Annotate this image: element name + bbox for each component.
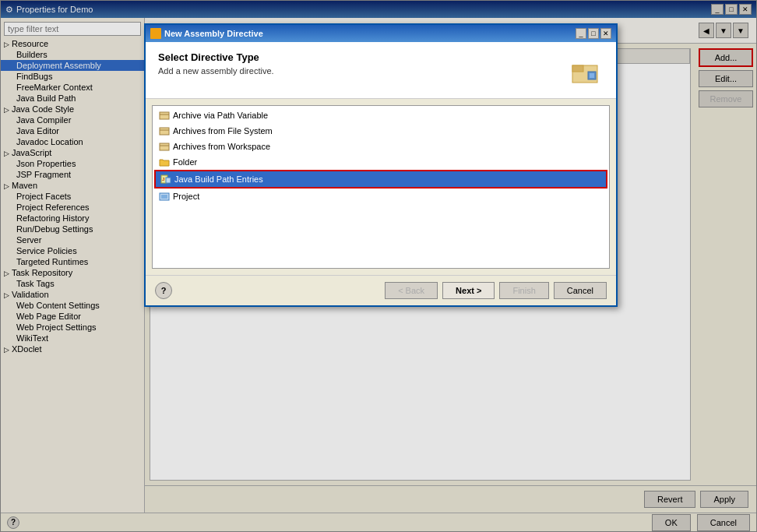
directive-item-folder[interactable]: Folder: [154, 154, 607, 170]
svg-rect-6: [160, 128, 169, 135]
svg-rect-3: [590, 73, 594, 78]
dialog-header-text: Select Directive Type Add a new assembly…: [158, 51, 274, 76]
directive-item-java-build-path-entries[interactable]: J Java Build Path Entries: [154, 170, 607, 188]
directive-label: Java Build Path Entries: [174, 174, 263, 184]
directive-label: Folder: [173, 157, 197, 167]
svg-rect-8: [160, 143, 169, 150]
dialog-minimize[interactable]: _: [576, 28, 586, 39]
dialog-header-icon: [566, 51, 604, 89]
dialog-title-text: New Assembly Directive: [164, 29, 263, 38]
dialog-title-icon: [150, 28, 161, 39]
dialog-help-button[interactable]: ?: [155, 282, 172, 299]
directive-item-archives-workspace[interactable]: Archives from Workspace: [154, 139, 607, 154]
archive-filesystem-icon: [159, 125, 170, 136]
directive-list: Archive via Path Variable Archives from …: [152, 105, 610, 269]
svg-rect-1: [572, 65, 583, 72]
finish-button[interactable]: Finish: [499, 282, 548, 299]
next-button[interactable]: Next >: [442, 282, 495, 299]
dialog-close[interactable]: ✕: [600, 28, 611, 39]
directive-label: Archive via Path Variable: [173, 111, 268, 120]
svg-text:J: J: [162, 177, 164, 181]
dialog-maximize[interactable]: □: [588, 28, 599, 39]
svg-rect-14: [161, 195, 167, 199]
dialog-footer: ? < Back Next > Finish Cancel: [146, 275, 616, 305]
dialog-header: Select Directive Type Add a new assembly…: [146, 42, 616, 99]
dialog-controls: _ □ ✕: [576, 28, 611, 39]
cancel-button[interactable]: Cancel: [554, 282, 607, 299]
directive-item-archives-file-system[interactable]: Archives from File System: [154, 123, 607, 139]
dialog-overlay: New Assembly Directive _ □ ✕ Select Dire…: [0, 0, 757, 532]
new-assembly-directive-dialog: New Assembly Directive _ □ ✕ Select Dire…: [144, 23, 618, 307]
svg-rect-4: [160, 112, 169, 119]
dialog-nav-buttons: < Back Next > Finish Cancel: [385, 282, 607, 299]
directive-label: Project: [173, 192, 199, 201]
dialog-title-content: New Assembly Directive: [150, 28, 263, 39]
directive-item-project[interactable]: Project: [154, 188, 607, 204]
directive-label: Archives from File System: [173, 126, 273, 136]
archive-workspace-icon: [159, 141, 170, 152]
dialog-header-desc: Add a new assembly directive.: [158, 66, 274, 76]
project-icon: [159, 191, 170, 202]
java-build-path-icon: J: [160, 174, 171, 185]
back-button[interactable]: < Back: [385, 282, 438, 299]
directive-item-archive-path-variable[interactable]: Archive via Path Variable: [154, 107, 607, 123]
folder-icon: [159, 157, 170, 167]
dialog-body: Archive via Path Variable Archives from …: [146, 99, 616, 275]
dialog-title-bar: New Assembly Directive _ □ ✕: [146, 25, 616, 42]
svg-rect-12: [166, 178, 171, 183]
dialog-header-title: Select Directive Type: [158, 51, 274, 63]
directive-label: Archives from Workspace: [173, 142, 270, 151]
archive-path-icon: [159, 110, 170, 121]
